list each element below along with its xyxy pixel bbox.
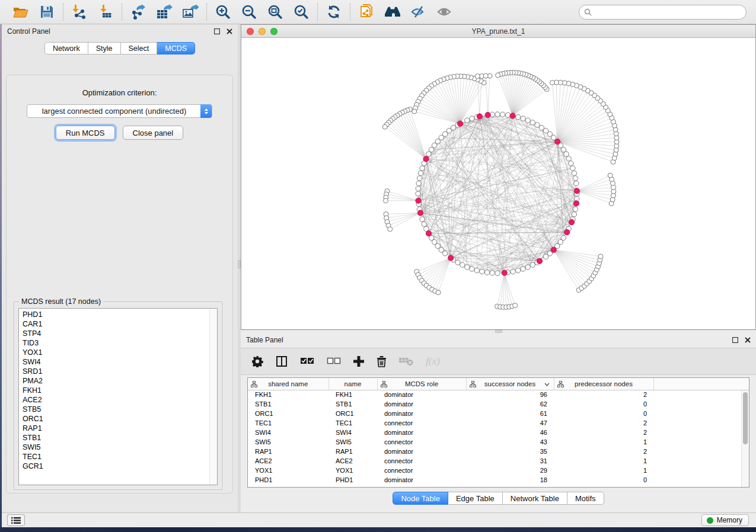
vertical-splitter-handle[interactable] bbox=[238, 260, 241, 268]
close-window-light[interactable] bbox=[247, 28, 254, 35]
cell-name[interactable]: STB1 bbox=[328, 399, 377, 409]
table-row[interactable]: ACE2ACE2connector311 bbox=[248, 456, 749, 466]
cell-successor-nodes[interactable]: 31 bbox=[466, 456, 554, 466]
export-image-icon[interactable] bbox=[181, 3, 199, 21]
mcds-hub-node[interactable] bbox=[423, 156, 429, 162]
cell-MCDS-role[interactable]: dominator bbox=[377, 409, 466, 418]
cell-MCDS-role[interactable]: dominator bbox=[377, 399, 466, 409]
column-header-predecessor-nodes[interactable]: predecessor nodes bbox=[554, 378, 653, 390]
ring-node[interactable] bbox=[416, 186, 420, 191]
leaf-node[interactable] bbox=[598, 254, 603, 259]
tab-network-table[interactable]: Network Table bbox=[503, 492, 567, 505]
ring-node[interactable] bbox=[465, 265, 470, 270]
mcds-hub-node[interactable] bbox=[510, 113, 515, 118]
table-row[interactable]: SWI4SWI4dominator462 bbox=[248, 428, 749, 437]
cell-MCDS-role[interactable]: connector bbox=[377, 466, 466, 475]
cell-successor-nodes[interactable]: 47 bbox=[466, 418, 554, 428]
mcds-hub-node[interactable] bbox=[502, 270, 507, 275]
close-panel-icon[interactable] bbox=[226, 28, 232, 35]
zoom-fit-icon[interactable] bbox=[266, 3, 284, 21]
save-session-icon[interactable] bbox=[38, 3, 56, 21]
ring-node[interactable] bbox=[418, 171, 423, 175]
table-row[interactable]: STB1STB1dominator620 bbox=[248, 399, 749, 409]
ring-node[interactable] bbox=[416, 191, 420, 196]
ring-node[interactable] bbox=[574, 181, 579, 185]
ring-node[interactable] bbox=[521, 267, 525, 271]
cell-shared-name[interactable]: SWI4 bbox=[248, 428, 328, 437]
ring-node[interactable] bbox=[460, 262, 465, 267]
cell-name[interactable]: TEC1 bbox=[328, 418, 377, 428]
mcds-result-node[interactable]: PMA2 bbox=[23, 376, 209, 386]
ring-node[interactable] bbox=[474, 268, 479, 273]
ring-node[interactable] bbox=[530, 262, 535, 267]
share-document-icon[interactable] bbox=[358, 3, 375, 21]
cell-MCDS-role[interactable]: connector bbox=[377, 418, 466, 428]
open-file-icon[interactable] bbox=[12, 3, 30, 21]
mcds-result-node[interactable]: ACE2 bbox=[23, 395, 209, 405]
ring-node[interactable] bbox=[573, 207, 578, 211]
cell-predecessor-nodes[interactable]: 2 bbox=[554, 447, 653, 456]
hide-elements-icon[interactable] bbox=[410, 3, 428, 21]
table-options-gear-icon[interactable] bbox=[251, 354, 263, 369]
search-box[interactable] bbox=[579, 5, 747, 20]
ring-node[interactable] bbox=[429, 147, 433, 152]
cell-name[interactable]: YOX1 bbox=[328, 466, 377, 475]
ring-node[interactable] bbox=[470, 116, 474, 121]
table-row[interactable]: TEC1TEC1connector472 bbox=[248, 418, 749, 428]
cell-successor-nodes[interactable]: 43 bbox=[466, 437, 554, 447]
ring-node[interactable] bbox=[417, 176, 422, 181]
float-panel-icon[interactable] bbox=[213, 28, 220, 35]
minimize-window-light[interactable] bbox=[259, 28, 266, 35]
cell-MCDS-role[interactable]: dominator bbox=[377, 447, 466, 456]
ring-node[interactable] bbox=[572, 211, 576, 216]
cell-shared-name[interactable]: STB1 bbox=[248, 399, 328, 409]
ring-node[interactable] bbox=[539, 125, 544, 130]
import-network-icon[interactable] bbox=[71, 3, 88, 21]
delete-column-icon[interactable] bbox=[377, 354, 387, 369]
cell-shared-name[interactable]: FKH1 bbox=[248, 390, 328, 399]
ring-node[interactable] bbox=[572, 171, 576, 175]
ring-node[interactable] bbox=[564, 152, 569, 156]
cell-shared-name[interactable]: YOX1 bbox=[248, 466, 328, 475]
ring-node[interactable] bbox=[420, 166, 425, 171]
cell-predecessor-nodes[interactable]: 1 bbox=[554, 437, 653, 447]
ring-node[interactable] bbox=[426, 152, 431, 156]
ring-node[interactable] bbox=[515, 114, 520, 119]
cell-predecessor-nodes[interactable]: 0 bbox=[554, 399, 653, 409]
mcds-result-node[interactable]: CAR1 bbox=[23, 319, 209, 329]
leaf-node[interactable] bbox=[384, 198, 388, 203]
ring-node[interactable] bbox=[416, 181, 421, 185]
show-columns-icon[interactable] bbox=[276, 354, 288, 369]
cell-name[interactable]: SWI4 bbox=[328, 428, 377, 437]
mcds-result-node[interactable]: GCR1 bbox=[23, 462, 209, 471]
cell-successor-nodes[interactable]: 62 bbox=[466, 399, 554, 409]
ring-node[interactable] bbox=[561, 147, 566, 152]
memory-button[interactable]: Memory bbox=[701, 514, 749, 526]
tab-style[interactable]: Style bbox=[88, 42, 121, 55]
ring-node[interactable] bbox=[521, 116, 525, 121]
ring-node[interactable] bbox=[495, 112, 500, 117]
cell-name[interactable]: SWI5 bbox=[328, 437, 377, 447]
mcds-hub-node[interactable] bbox=[537, 258, 542, 264]
ring-node[interactable] bbox=[573, 176, 578, 181]
leaf-node[interactable] bbox=[436, 290, 441, 295]
show-elements-icon[interactable] bbox=[436, 3, 454, 21]
mcds-result-node[interactable]: TEC1 bbox=[23, 452, 209, 462]
mcds-result-node[interactable]: FKH1 bbox=[23, 386, 209, 395]
mcds-result-list[interactable]: PHD1CAR1STP4TID3YOX1SWI4SRD1PMA2FKH1ACE2… bbox=[18, 308, 218, 485]
mcds-hub-node[interactable] bbox=[551, 247, 556, 252]
tab-network[interactable]: Network bbox=[44, 42, 88, 55]
column-header-name[interactable]: name bbox=[328, 378, 377, 390]
zoom-out-icon[interactable] bbox=[240, 3, 258, 21]
criterion-select[interactable]: largest connected component (undirected) bbox=[27, 104, 212, 118]
cell-predecessor-nodes[interactable]: 2 bbox=[554, 390, 653, 399]
mcds-result-node[interactable]: RAP1 bbox=[23, 424, 209, 433]
mcds-hub-node[interactable] bbox=[555, 139, 560, 144]
leaf-node[interactable] bbox=[513, 303, 518, 308]
horizontal-splitter[interactable] bbox=[241, 330, 756, 333]
mcds-hub-node[interactable] bbox=[569, 219, 574, 225]
leaf-node[interactable] bbox=[483, 73, 488, 78]
close-table-panel-icon[interactable] bbox=[744, 337, 751, 344]
leaf-node[interactable] bbox=[475, 74, 480, 79]
ring-node[interactable] bbox=[525, 118, 530, 123]
